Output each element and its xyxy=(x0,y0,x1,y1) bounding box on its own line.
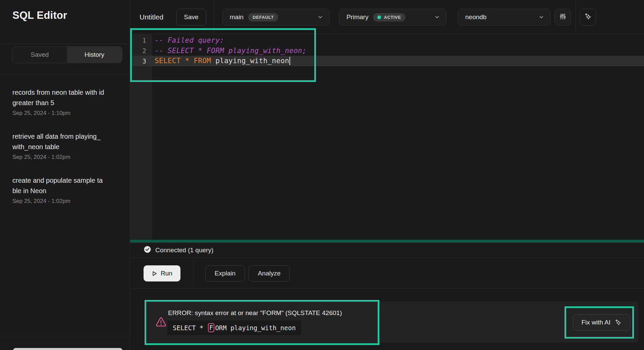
line-number: 3 xyxy=(130,57,152,65)
code-comment: -- SELECT * FORM playing_with_neon; xyxy=(152,47,307,55)
sliders-icon xyxy=(559,13,567,21)
run-button[interactable]: Run xyxy=(144,265,180,281)
query-tab-title[interactable]: Untitled xyxy=(140,0,163,34)
history-item-timestamp: Sep 25, 2024 - 1:10pm xyxy=(12,110,113,117)
check-circle-icon xyxy=(144,246,151,255)
line-number: 1 xyxy=(130,37,152,44)
play-icon xyxy=(152,271,157,276)
history-item-timestamp: Sep 25, 2024 - 1:02pm xyxy=(12,198,113,205)
fix-with-ai-button[interactable]: Fix with AI xyxy=(573,314,630,331)
ai-assistant-button[interactable] xyxy=(580,9,596,26)
history-item-timestamp: Sep 25, 2024 - 1:02pm xyxy=(12,154,113,161)
divider xyxy=(214,0,214,34)
save-button[interactable]: Save xyxy=(176,9,206,26)
divider xyxy=(0,336,129,336)
error-message: ERROR: syntax error at or near "FORM" (S… xyxy=(168,309,342,317)
divider xyxy=(575,0,576,34)
error-snippet: SELECT * FORM playing_with_neon xyxy=(167,320,301,335)
tab-saved[interactable]: Saved xyxy=(12,47,67,63)
action-bar: Run Explain Analyze xyxy=(130,258,644,289)
database-selector[interactable]: neondb xyxy=(458,9,551,26)
page-title: SQL Editor xyxy=(12,9,67,21)
warning-triangle-icon xyxy=(155,317,167,329)
pane-splitter[interactable] xyxy=(130,240,644,243)
history-item[interactable]: create and populate sample table in Neon… xyxy=(12,175,113,205)
sparkle-icon xyxy=(614,319,622,326)
analyze-button[interactable]: Analyze xyxy=(249,265,290,281)
compute-active-badge: ACTIVE xyxy=(373,13,405,21)
bottom-partial-card[interactable] xyxy=(13,348,122,350)
code-editor[interactable]: 1 -- Failed query: 2 -- SELECT * FORM pl… xyxy=(130,34,644,240)
editor-toolbar: Untitled Save main DEFAULT Primary ACTIV… xyxy=(130,0,644,34)
sidebar-tab-group: Saved History xyxy=(12,46,122,63)
connection-statusbar: Connected (1 query) xyxy=(130,243,644,258)
line-number: 2 xyxy=(130,47,152,54)
branch-selector[interactable]: main DEFAULT xyxy=(222,9,330,26)
divider xyxy=(0,44,129,44)
history-list: records from neon table with id greater … xyxy=(12,87,113,219)
chevron-down-icon xyxy=(317,14,323,20)
code-line-active[interactable]: 3 SELECT * FROM playing_with_neon xyxy=(130,56,644,66)
history-item-title: records from neon table with id greater … xyxy=(12,87,105,108)
divider xyxy=(0,74,129,74)
error-card: ERROR: syntax error at or near "FORM" (S… xyxy=(145,301,639,343)
branch-name: main xyxy=(230,13,244,21)
sparkle-icon xyxy=(584,12,592,22)
divider xyxy=(193,261,194,286)
database-name: neondb xyxy=(465,13,486,21)
chevron-down-icon xyxy=(538,14,544,20)
history-item[interactable]: records from neon table with id greater … xyxy=(12,87,113,117)
history-item[interactable]: retrieve all data from playing_with_neon… xyxy=(12,131,113,161)
text-cursor xyxy=(289,57,290,65)
sidebar: SQL Editor Saved History records from ne… xyxy=(0,0,130,350)
compute-name: Primary xyxy=(346,13,368,21)
settings-button[interactable] xyxy=(554,9,571,26)
code-line[interactable]: 2 -- SELECT * FORM playing_with_neon; xyxy=(130,45,644,56)
history-item-title: create and populate sample table in Neon xyxy=(12,175,105,196)
code-comment: -- Failed query: xyxy=(152,36,224,44)
explain-button[interactable]: Explain xyxy=(205,265,245,281)
history-item-title: retrieve all data from playing_with_neon… xyxy=(12,131,105,152)
code-statement: SELECT * FROM playing_with_neon xyxy=(152,57,290,65)
connection-status: Connected (1 query) xyxy=(155,247,213,254)
code-line[interactable]: 1 -- Failed query: xyxy=(130,35,644,45)
compute-selector[interactable]: Primary ACTIVE xyxy=(339,9,446,26)
chevron-down-icon xyxy=(434,14,440,20)
main-panel: Untitled Save main DEFAULT Primary ACTIV… xyxy=(130,0,644,350)
results-panel: ERROR: syntax error at or near "FORM" (S… xyxy=(130,289,644,350)
branch-default-badge: DEFAULT xyxy=(248,13,278,21)
active-dot-icon xyxy=(377,15,381,19)
error-highlight: F xyxy=(208,323,214,332)
tab-history[interactable]: History xyxy=(67,47,122,63)
